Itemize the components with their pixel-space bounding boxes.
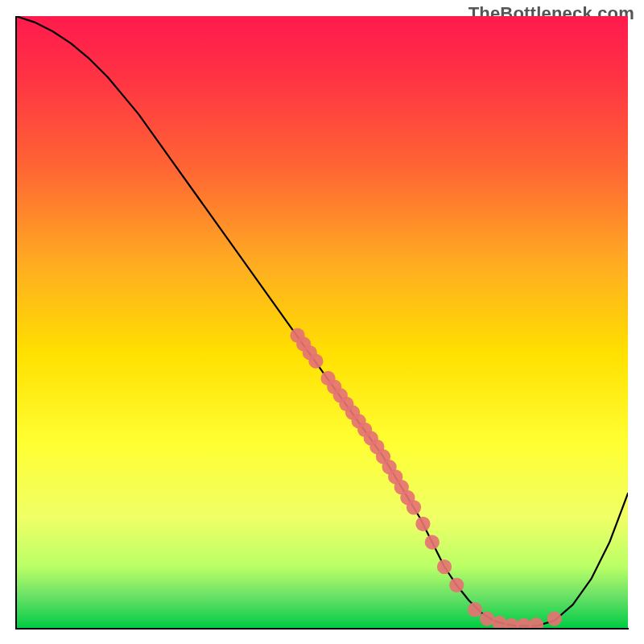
chart-container: TheBottleneck.com — [0, 0, 644, 644]
marker-minimum — [529, 617, 543, 628]
marker-minimum — [492, 616, 506, 628]
marker-minimum — [504, 618, 518, 628]
marker-cluster — [369, 440, 384, 454]
marker-cluster — [345, 405, 360, 419]
chart-svg — [16, 16, 628, 628]
marker-cluster — [290, 328, 304, 343]
marker-cluster — [425, 535, 440, 549]
marker-right — [547, 611, 562, 625]
marker-cluster — [357, 423, 372, 437]
marker-minimum — [480, 611, 494, 625]
marker-cluster — [415, 517, 430, 531]
marker-cluster — [351, 414, 365, 428]
marker-cluster — [394, 480, 409, 494]
marker-cluster — [333, 388, 348, 402]
marker-minimum — [517, 618, 531, 628]
marker-cluster — [449, 578, 464, 592]
marker-cluster — [327, 379, 341, 394]
marker-cluster — [296, 336, 311, 351]
marker-minimum — [468, 602, 482, 617]
plot-area — [16, 16, 628, 628]
marker-cluster — [308, 354, 323, 369]
marker-cluster — [376, 449, 390, 464]
marker-cluster — [382, 460, 396, 474]
marker-cluster — [339, 397, 353, 411]
marker-cluster — [400, 490, 415, 505]
marker-cluster — [364, 431, 378, 445]
x-axis — [15, 628, 629, 630]
scatter-points — [290, 328, 561, 628]
bottleneck-curve — [16, 16, 628, 626]
marker-cluster — [407, 500, 421, 514]
marker-cluster — [437, 559, 452, 574]
marker-cluster — [320, 371, 335, 386]
marker-cluster — [303, 345, 317, 360]
y-axis — [15, 16, 17, 630]
marker-cluster — [388, 469, 402, 484]
